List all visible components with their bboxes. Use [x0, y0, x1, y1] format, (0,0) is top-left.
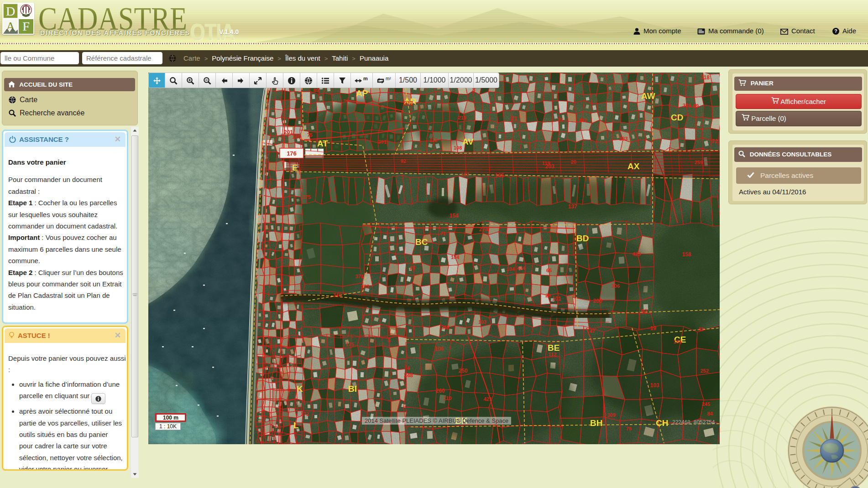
svg-text:47: 47 — [590, 328, 595, 334]
svg-text:371: 371 — [356, 274, 364, 279]
svg-text:112: 112 — [549, 352, 557, 357]
svg-text:423: 423 — [633, 251, 641, 257]
svg-text:AT: AT — [317, 139, 328, 148]
svg-text:5: 5 — [388, 337, 391, 343]
svg-text:79: 79 — [626, 426, 632, 431]
svg-text:248: 248 — [404, 372, 413, 379]
svg-text:AX: AX — [627, 161, 640, 171]
svg-text:92: 92 — [641, 308, 648, 315]
svg-text:AP: AP — [356, 88, 368, 98]
svg-text:28: 28 — [545, 293, 551, 298]
svg-text:250: 250 — [459, 368, 468, 374]
svg-text:175: 175 — [346, 342, 354, 347]
svg-text:CH: CH — [656, 418, 668, 428]
svg-text:?: ? — [834, 28, 837, 34]
svg-text:108: 108 — [454, 145, 462, 151]
svg-text:176: 176 — [287, 150, 297, 157]
svg-text:106: 106 — [435, 346, 444, 352]
svg-text:71: 71 — [440, 231, 446, 236]
svg-text:92: 92 — [401, 158, 406, 164]
svg-text:BH: BH — [590, 418, 602, 428]
svg-text:165: 165 — [495, 172, 504, 179]
svg-text:BE: BE — [548, 343, 559, 353]
svg-text:274: 274 — [479, 226, 488, 233]
svg-text:200: 200 — [593, 298, 602, 304]
svg-text:103: 103 — [650, 382, 659, 389]
svg-text:19: 19 — [650, 325, 657, 332]
svg-text:306: 306 — [612, 283, 620, 289]
svg-text:259: 259 — [695, 160, 703, 165]
svg-text:89: 89 — [314, 88, 319, 93]
svg-text:L: L — [293, 421, 299, 430]
svg-text:AW: AW — [641, 91, 655, 101]
svg-text:75: 75 — [307, 132, 313, 138]
svg-text:4: 4 — [407, 365, 410, 371]
svg-text:160: 160 — [292, 134, 301, 140]
svg-text:20: 20 — [571, 159, 576, 165]
svg-text:E: E — [292, 163, 298, 172]
svg-text:260: 260 — [436, 388, 445, 394]
svg-text:318: 318 — [701, 74, 710, 81]
svg-text:219: 219 — [458, 115, 466, 120]
svg-text:m: m — [363, 77, 368, 81]
svg-text:137: 137 — [568, 203, 577, 210]
svg-text:133: 133 — [361, 284, 369, 289]
svg-text:AV: AV — [462, 137, 474, 146]
svg-text:183: 183 — [619, 136, 627, 141]
svg-text:72: 72 — [712, 138, 718, 145]
svg-text:421: 421 — [484, 396, 492, 402]
svg-text:154: 154 — [450, 213, 459, 219]
svg-text:103: 103 — [478, 319, 486, 325]
svg-text:340: 340 — [333, 292, 341, 298]
svg-text:201: 201 — [284, 129, 293, 135]
svg-text:252: 252 — [701, 368, 709, 374]
svg-text:375: 375 — [303, 194, 311, 200]
svg-text:104: 104 — [451, 254, 460, 260]
svg-text:272: 272 — [301, 411, 309, 417]
svg-text:BC: BC — [415, 237, 428, 247]
svg-text:104: 104 — [507, 266, 515, 272]
svg-text:84: 84 — [707, 411, 713, 416]
svg-text:69: 69 — [693, 103, 699, 109]
svg-text:424: 424 — [517, 265, 526, 271]
svg-text:329: 329 — [683, 103, 691, 108]
svg-text:CD: CD — [671, 113, 683, 122]
svg-text:75: 75 — [558, 117, 563, 123]
svg-text:242: 242 — [579, 118, 587, 123]
svg-text:112: 112 — [429, 137, 438, 143]
svg-text:65: 65 — [546, 268, 552, 273]
svg-text:BI: BI — [348, 384, 357, 394]
svg-text:K: K — [297, 384, 303, 394]
svg-text:119: 119 — [542, 161, 550, 166]
svg-text:101: 101 — [552, 296, 561, 302]
svg-text:BD: BD — [576, 234, 589, 243]
svg-text:187: 187 — [461, 172, 469, 177]
svg-text:23: 23 — [410, 265, 415, 270]
svg-text:217: 217 — [404, 100, 413, 107]
svg-text:352: 352 — [441, 325, 450, 330]
svg-text:309: 309 — [607, 412, 616, 418]
svg-text:43: 43 — [698, 327, 704, 332]
svg-text:165: 165 — [674, 339, 682, 344]
svg-text:391: 391 — [378, 139, 387, 145]
svg-text:158: 158 — [682, 251, 691, 258]
svg-text:110: 110 — [444, 395, 452, 401]
svg-text:21: 21 — [511, 115, 518, 122]
svg-text:m²: m² — [386, 77, 391, 81]
svg-text:245: 245 — [702, 401, 710, 407]
